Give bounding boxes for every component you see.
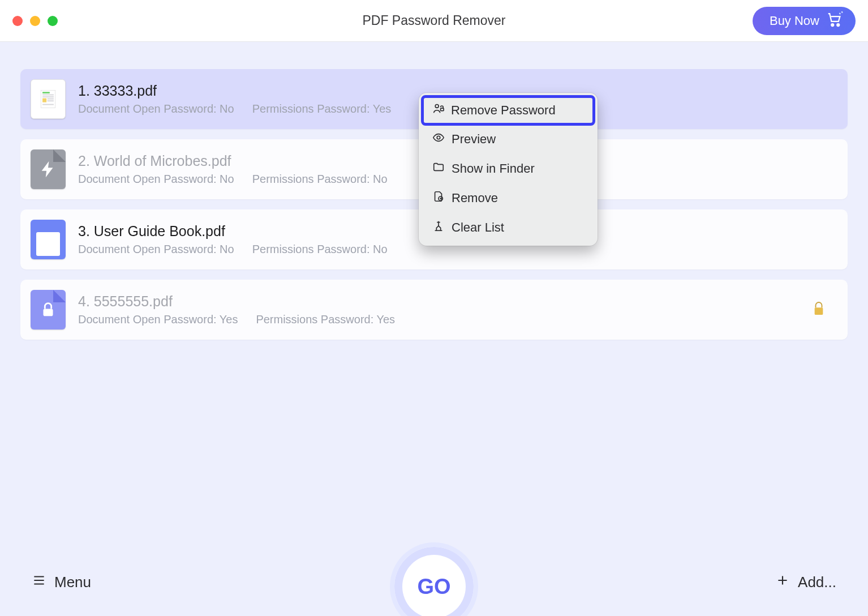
add-label: Add... <box>798 574 836 591</box>
menu-label: Menu <box>54 574 91 591</box>
file-main: 1. 33333.pdf Document Open Password: No … <box>78 83 391 116</box>
svg-point-1 <box>837 24 839 26</box>
svg-rect-9 <box>42 104 54 105</box>
add-button[interactable]: Add... <box>775 573 836 592</box>
open-password-label: Document Open Password: No <box>78 102 234 116</box>
open-password-label: Document Open Password: Yes <box>78 313 238 326</box>
file-thumbnail-icon <box>31 220 66 259</box>
file-row[interactable]: 4. 5555555.pdf Document Open Password: Y… <box>20 280 848 340</box>
context-menu: Remove Password Preview Show in Finder R… <box>419 93 598 246</box>
permissions-password-label: Permissions Password: Yes <box>252 102 392 116</box>
context-menu-label: Remove Password <box>451 103 556 118</box>
file-thumbnail-icon <box>31 149 66 189</box>
file-meta: Document Open Password: No Permissions P… <box>78 173 388 186</box>
unlock-person-icon <box>432 102 444 118</box>
file-title: 1. 33333.pdf <box>78 83 391 99</box>
buy-now-button[interactable]: Buy Now <box>753 7 856 35</box>
traffic-lights <box>12 16 58 26</box>
context-menu-show-in-finder[interactable]: Show in Finder <box>422 154 594 183</box>
svg-rect-6 <box>42 99 46 102</box>
open-password-label: Document Open Password: No <box>78 173 234 186</box>
file-remove-icon <box>432 190 445 206</box>
eye-icon <box>432 131 445 147</box>
main-area: 1. 33333.pdf Document Open Password: No … <box>0 42 868 616</box>
context-menu-remove[interactable]: Remove <box>422 183 594 213</box>
file-title: 4. 5555555.pdf <box>78 293 395 310</box>
buy-now-label: Buy Now <box>770 14 819 28</box>
context-menu-label: Clear List <box>452 220 504 235</box>
svg-rect-5 <box>42 96 54 97</box>
go-label: GO <box>417 575 450 599</box>
svg-point-0 <box>831 24 833 26</box>
open-password-label: Document Open Password: No <box>78 243 234 256</box>
permissions-password-label: Permissions Password: Yes <box>256 313 395 326</box>
file-title: 3. User Guide Book.pdf <box>78 223 388 239</box>
lock-icon <box>813 301 825 318</box>
context-menu-preview[interactable]: Preview <box>422 125 594 154</box>
svg-rect-7 <box>48 99 54 100</box>
file-main: 4. 5555555.pdf Document Open Password: Y… <box>78 293 395 326</box>
svg-point-12 <box>435 104 439 108</box>
hamburger-icon <box>32 573 46 592</box>
file-meta: Document Open Password: No Permissions P… <box>78 243 388 256</box>
svg-rect-10 <box>44 309 53 316</box>
context-menu-clear-list[interactable]: Clear List <box>422 213 594 242</box>
plus-icon <box>775 573 790 592</box>
svg-rect-8 <box>48 100 54 101</box>
svg-rect-3 <box>42 92 50 93</box>
svg-rect-4 <box>42 95 54 96</box>
broom-icon <box>432 220 445 236</box>
file-thumbnail-icon <box>31 290 66 330</box>
file-main: 2. World of Microbes.pdf Document Open P… <box>78 153 388 186</box>
context-menu-label: Preview <box>452 132 496 147</box>
permissions-password-label: Permissions Password: No <box>252 243 388 256</box>
shopping-cart-icon <box>826 11 843 31</box>
context-menu-label: Remove <box>452 191 498 206</box>
context-menu-label: Show in Finder <box>452 161 535 176</box>
context-menu-remove-password[interactable]: Remove Password <box>421 95 595 126</box>
file-meta: Document Open Password: No Permissions P… <box>78 102 391 116</box>
app-title: PDF Password Remover <box>0 13 868 28</box>
file-main: 3. User Guide Book.pdf Document Open Pas… <box>78 223 388 256</box>
file-title: 2. World of Microbes.pdf <box>78 153 388 169</box>
menu-button[interactable]: Menu <box>32 573 91 592</box>
permissions-password-label: Permissions Password: No <box>252 173 388 186</box>
svg-point-14 <box>437 136 440 139</box>
window-minimize-button[interactable] <box>30 16 40 26</box>
file-meta: Document Open Password: Yes Permissions … <box>78 313 395 326</box>
bottom-bar: Menu GO Add... <box>0 548 868 616</box>
folder-icon <box>432 161 445 177</box>
go-button[interactable]: GO <box>394 547 474 616</box>
file-thumbnail-icon <box>31 79 66 119</box>
window-maximize-button[interactable] <box>48 16 58 26</box>
svg-rect-11 <box>815 307 823 315</box>
svg-rect-13 <box>441 108 444 111</box>
titlebar: PDF Password Remover Buy Now <box>0 0 868 42</box>
window-close-button[interactable] <box>12 16 23 26</box>
